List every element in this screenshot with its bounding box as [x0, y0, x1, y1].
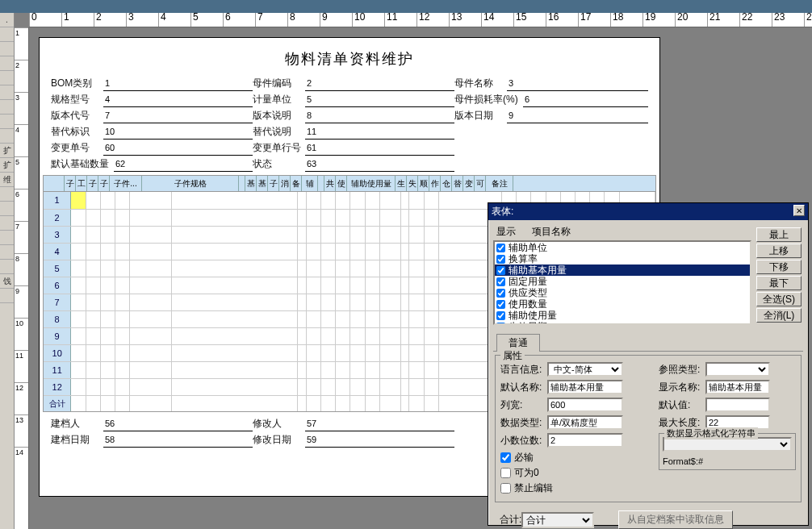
chg-no-field[interactable]: 60 [103, 143, 253, 156]
ver-code-label: 版本代号 [51, 109, 103, 123]
default-name-label: 默认名称: [500, 381, 547, 394]
uom-field[interactable]: 5 [305, 94, 454, 107]
sub-desc-label: 替代说明 [253, 125, 305, 140]
group-properties-label: 属性 [500, 349, 525, 363]
form-title: 物料清单资料维护 [40, 38, 659, 77]
select-none-button[interactable]: 全消(L) [756, 308, 802, 323]
move-up-button[interactable]: 上移 [756, 244, 802, 258]
modifier-label: 修改人 [253, 417, 305, 431]
sum-label: 合计: [500, 513, 521, 527]
default-value-input[interactable] [705, 398, 770, 412]
col-width-input[interactable] [547, 398, 623, 412]
mdate-field[interactable]: 59 [305, 435, 454, 448]
read-from-archive-button[interactable]: 从自定档案中读取信息 [618, 510, 733, 529]
format-preview: Format$:# [663, 456, 792, 466]
parent-name-label: 母件名称 [454, 77, 507, 91]
disable-edit-checkbox[interactable] [500, 483, 511, 494]
status-label: 状态 [253, 157, 305, 172]
data-type-label: 数据类型: [500, 416, 547, 430]
sub-flag-label: 替代标识 [51, 125, 103, 140]
spec-field[interactable]: 4 [103, 94, 253, 107]
display-name-input[interactable] [705, 380, 770, 394]
uom-label: 计量单位 [253, 93, 305, 107]
default-name-input[interactable] [547, 380, 623, 394]
ref-type-select[interactable] [705, 362, 770, 377]
column-listbox[interactable]: 辅助单位换算率辅助基本用量固定用量供应类型使用数量辅助使用量生效日期 [493, 240, 751, 325]
spec-label: 规格型号 [51, 93, 103, 107]
base-qty-field[interactable]: 62 [114, 159, 253, 172]
dialog-title: 表体: [492, 205, 513, 219]
chg-no-label: 变更单号 [51, 141, 103, 156]
sub-desc-field[interactable]: 11 [305, 127, 454, 140]
move-bottom-button[interactable]: 最下 [756, 276, 802, 290]
allow-zero-checkbox[interactable] [500, 468, 511, 478]
move-top-button[interactable]: 最上 [756, 227, 802, 242]
default-value-label: 默认值: [659, 398, 705, 412]
chg-ln-label: 变更单行号 [253, 141, 305, 156]
modifier-field[interactable]: 57 [305, 419, 454, 431]
col-width-label: 列宽: [500, 398, 547, 412]
left-toolbox: . 扩扩维 饯 [0, 13, 15, 529]
decimal-input[interactable] [547, 433, 623, 448]
lang-label: 语言信息: [500, 363, 547, 377]
required-label: 必输 [514, 451, 534, 464]
ver-desc-label: 版本说明 [253, 109, 305, 123]
lang-select[interactable]: 中文-简体 [547, 362, 623, 377]
data-type-input[interactable] [547, 415, 623, 430]
status-field[interactable]: 63 [305, 159, 454, 172]
move-down-button[interactable]: 下移 [756, 260, 802, 274]
ref-type-label: 参照类型: [659, 363, 705, 377]
parent-code-label: 母件编码 [253, 77, 305, 91]
ruler-vertical: 1234567891011121314 [15, 27, 29, 529]
sum-select[interactable]: 合计 [521, 512, 594, 528]
close-icon[interactable]: ✕ [793, 205, 805, 216]
ver-code-field[interactable]: 7 [103, 110, 253, 123]
bom-type-label: BOM类别 [51, 77, 103, 91]
format-group-label: 数据显示格式化字符串 [664, 427, 758, 439]
ver-date-label: 版本日期 [454, 109, 507, 123]
required-checkbox[interactable] [500, 452, 511, 463]
creator-field[interactable]: 56 [103, 419, 253, 431]
creator-label: 建档人 [51, 417, 103, 431]
list-item[interactable]: 生效日期 [495, 321, 750, 325]
base-qty-label: 默认基础数量 [51, 157, 114, 172]
bom-type-field[interactable]: 1 [103, 78, 253, 91]
loss-field[interactable]: 6 [523, 94, 648, 107]
chg-ln-field[interactable]: 61 [305, 143, 454, 156]
ruler-horizontal: 0123456789101112131415161718192021222324 [29, 13, 812, 27]
parent-code-field[interactable]: 2 [305, 78, 454, 91]
parent-name-field[interactable]: 3 [507, 78, 648, 91]
loss-label: 母件损耗率(%) [454, 93, 523, 107]
column-config-dialog: 表体: ✕ 显示 项目名称 辅助单位换算率辅助基本用量固定用量供应类型使用数量辅… [488, 202, 809, 526]
list-header-name: 项目名称 [532, 225, 571, 239]
cdate-field[interactable]: 58 [103, 435, 253, 448]
sub-flag-field[interactable]: 10 [103, 127, 253, 140]
list-header-display: 显示 [496, 225, 532, 239]
ver-date-field[interactable]: 9 [507, 110, 648, 123]
cdate-label: 建档日期 [51, 433, 103, 448]
allow-zero-label: 可为0 [514, 466, 539, 480]
mdate-label: 修改日期 [253, 433, 305, 448]
disable-edit-label: 禁止编辑 [514, 481, 553, 495]
display-name-label: 显示名称: [659, 381, 705, 394]
select-all-button[interactable]: 全选(S) [756, 292, 802, 306]
ver-desc-field[interactable]: 8 [305, 110, 454, 123]
decimal-label: 小数位数: [500, 434, 547, 448]
